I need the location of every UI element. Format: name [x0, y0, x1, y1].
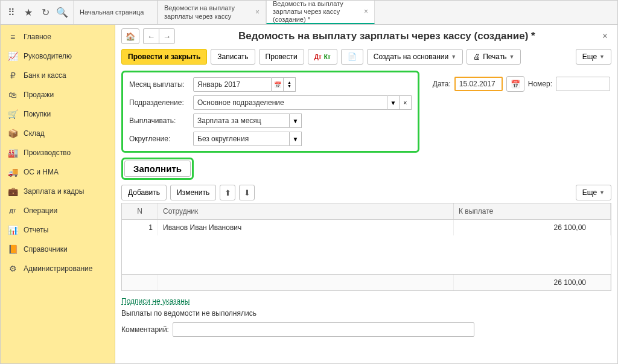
cell-n: 1 — [122, 220, 158, 235]
col-employee[interactable]: Сотрудник — [158, 203, 454, 219]
comment-label: Комментарий: — [121, 325, 169, 334]
tab-list[interactable]: Ведомости на выплату зарплаты через касс… — [158, 1, 266, 24]
save-button[interactable]: Записать — [211, 49, 255, 65]
number-field[interactable] — [556, 77, 610, 91]
sidebar-item-admin[interactable]: ⚙Администрирование — [1, 259, 115, 278]
chevron-down-icon: ▼ — [599, 54, 605, 60]
dept-label: Подразделение: — [129, 98, 190, 107]
ruble-icon: ₽ — [8, 71, 18, 80]
col-n[interactable]: N — [122, 203, 158, 219]
form-highlight-area: Месяц выплаты: Январь 2017 📅 ▲▼ Подразде… — [121, 71, 419, 153]
close-icon[interactable]: × — [360, 7, 368, 16]
box-icon: 📦 — [8, 129, 18, 138]
main-content: 🏠 ← → Ведомость на выплату зарплаты чере… — [115, 25, 617, 363]
report-icon: 📊 — [8, 225, 18, 235]
sidebar-item-main[interactable]: ≡Главное — [1, 27, 115, 46]
sidebar-item-production[interactable]: 🏭Производство — [1, 143, 115, 162]
sidebar-item-operations[interactable]: ДтОперации — [1, 201, 115, 220]
attach-button[interactable]: 📄 — [341, 49, 363, 65]
sidebar-item-reports[interactable]: 📊Отчеты — [1, 220, 115, 240]
dept-clear-button[interactable]: × — [400, 95, 412, 110]
month-spin-button[interactable]: ▲▼ — [284, 77, 296, 92]
bag-icon: 🛍 — [8, 90, 18, 100]
month-pick-button[interactable]: 📅 — [272, 77, 284, 92]
sidebar-item-assets[interactable]: 🚚ОС и НМА — [1, 162, 115, 182]
payout-status: Выплаты по ведомости не выполнялись — [121, 309, 611, 318]
dtk-button[interactable]: ДтКт — [308, 49, 337, 65]
apps-icon[interactable]: ⠿ — [5, 7, 18, 19]
forward-button[interactable]: → — [159, 28, 175, 44]
total-payout: 26 100,00 — [454, 275, 611, 290]
print-button[interactable]: 🖨 Печать ▼ — [467, 49, 521, 65]
dept-field[interactable]: Основное подразделение — [193, 95, 387, 110]
chevron-down-icon: ▼ — [599, 190, 605, 196]
chart-icon: 📈 — [8, 51, 18, 61]
pay-field[interactable]: Зарплата за месяц — [193, 113, 290, 128]
comment-field[interactable] — [173, 322, 474, 337]
close-icon[interactable]: × — [252, 8, 260, 16]
add-row-button[interactable]: Добавить — [121, 185, 167, 200]
month-label: Месяц выплаты: — [129, 80, 190, 89]
round-field[interactable]: Без округления — [193, 132, 290, 146]
home-button[interactable]: 🏠 — [121, 28, 139, 44]
sidebar-item-stock[interactable]: 📦Склад — [1, 124, 115, 143]
post-button[interactable]: Провести — [259, 49, 304, 65]
round-label: Округление: — [129, 135, 190, 143]
star-icon[interactable]: ★ — [22, 7, 34, 19]
cell-payout: 26 100,00 — [454, 220, 611, 235]
dtk-icon: Дт — [8, 206, 18, 216]
chevron-down-icon: ▼ — [451, 54, 456, 60]
fill-button[interactable]: Заполнить — [124, 161, 191, 177]
date-field[interactable]: 15.02.2017 — [454, 77, 503, 91]
col-payout[interactable]: К выплате — [454, 203, 611, 219]
create-based-button[interactable]: Создать на основании ▼ — [367, 49, 463, 65]
chevron-down-icon: ▼ — [509, 54, 514, 60]
table-row[interactable]: 1 Иванов Иван Иванович 26 100,00 — [122, 220, 611, 235]
move-up-button[interactable]: ⬆ — [220, 185, 235, 200]
gear-icon: ⚙ — [8, 264, 18, 273]
more-button[interactable]: Еще ▼ — [576, 49, 611, 65]
tab-current[interactable]: Ведомость на выплату зарплаты через касс… — [266, 1, 375, 24]
search-icon[interactable]: 🔍 — [56, 7, 68, 19]
truck-icon: 🚚 — [8, 167, 18, 177]
briefcase-icon: 💼 — [8, 187, 18, 196]
cell-employee: Иванов Иван Иванович — [158, 220, 454, 235]
employees-table: N Сотрудник К выплате 1 Иванов Иван Иван… — [121, 203, 611, 291]
page-title: Ведомость на выплату зарплаты через касс… — [179, 30, 595, 42]
move-down-button[interactable]: ⬇ — [239, 185, 255, 200]
top-bar: ⠿ ★ ↻ 🔍 Начальная страница Ведомости на … — [1, 1, 617, 25]
round-dropdown-button[interactable]: ▼ — [290, 132, 302, 146]
menu-icon: ≡ — [8, 32, 18, 42]
pay-label: Выплачивать: — [129, 117, 190, 125]
number-label: Номер: — [528, 80, 552, 88]
sidebar-item-manager[interactable]: 📈Руководителю — [1, 46, 115, 66]
signatures-link[interactable]: Подписи не указаны — [121, 297, 190, 305]
sidebar-item-sales[interactable]: 🛍Продажи — [1, 85, 115, 104]
calendar-button[interactable]: 📅 — [506, 76, 524, 92]
tab-home[interactable]: Начальная страница — [73, 1, 158, 24]
pay-dropdown-button[interactable]: ▼ — [290, 113, 302, 128]
book-icon: 📙 — [8, 244, 18, 254]
factory-icon: 🏭 — [8, 148, 18, 158]
sidebar: ≡Главное 📈Руководителю ₽Банк и касса 🛍Пр… — [1, 25, 115, 363]
cart-icon: 🛒 — [8, 109, 18, 119]
back-button[interactable]: ← — [143, 28, 159, 44]
edit-row-button[interactable]: Изменить — [170, 185, 216, 200]
history-icon[interactable]: ↻ — [39, 7, 51, 19]
sidebar-item-bank[interactable]: ₽Банк и касса — [1, 66, 115, 85]
sidebar-item-salary[interactable]: 💼Зарплата и кадры — [1, 182, 115, 201]
sidebar-item-purchases[interactable]: 🛒Покупки — [1, 104, 115, 124]
date-label: Дата: — [433, 80, 451, 88]
table-more-button[interactable]: Еще ▼ — [576, 185, 611, 200]
post-and-close-button[interactable]: Провести и закрыть — [121, 49, 207, 65]
dept-dropdown-button[interactable]: ▼ — [387, 95, 400, 110]
sidebar-item-refs[interactable]: 📙Справочники — [1, 240, 115, 259]
close-page-button[interactable]: × — [599, 31, 611, 42]
month-field[interactable]: Январь 2017 — [193, 77, 272, 92]
